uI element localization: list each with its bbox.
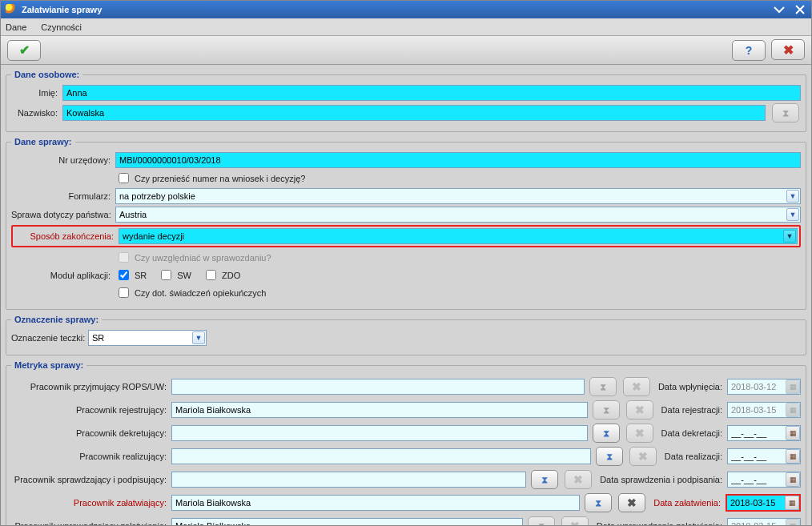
metrics-date-label: Data realizacji: bbox=[665, 452, 727, 461]
imie-input[interactable] bbox=[62, 85, 801, 101]
metrics-worker-label: Pracownik realizujący: bbox=[11, 452, 171, 461]
panstwo-select[interactable] bbox=[115, 207, 801, 223]
metrics-date-input bbox=[728, 521, 784, 525]
menu-dane[interactable]: Dane bbox=[6, 22, 26, 32]
metrics-pick-button[interactable]: ⧗ bbox=[593, 424, 620, 443]
metrics-date-label: Data wpłynięcia: bbox=[658, 382, 727, 391]
metrics-date-label: Data rejestracji: bbox=[661, 405, 727, 415]
metrics-date-input[interactable] bbox=[728, 428, 784, 438]
modul-sr-input[interactable] bbox=[119, 270, 129, 280]
metrics-clear-button[interactable]: ✖ bbox=[618, 493, 645, 512]
sposob-label: Sposób zakończenia: bbox=[14, 231, 119, 241]
chevron-down-icon[interactable]: ▼ bbox=[783, 230, 796, 243]
calendar-icon[interactable]: ▦ bbox=[785, 496, 799, 510]
metrics-date-field: ▦ bbox=[727, 425, 801, 441]
group-metryka: Metryka sprawy: Pracownik przyjmujący RO… bbox=[6, 360, 806, 525]
metrics-pick-button: ⧗ bbox=[589, 377, 617, 396]
przenies-checkbox[interactable]: Czy przenieść numer na wniosek i decyzję… bbox=[115, 171, 305, 186]
metrics-clear-button: ✖ bbox=[623, 377, 650, 396]
minimize-icon[interactable] bbox=[773, 3, 786, 16]
dot-input[interactable] bbox=[119, 287, 129, 298]
app-icon bbox=[6, 4, 17, 15]
metrics-date-label: Data sprawdzenia i podpisania: bbox=[600, 475, 727, 484]
hourglass-icon: ⧗ bbox=[603, 404, 609, 416]
titlebar: Załatwianie sprawy bbox=[1, 1, 811, 18]
confirm-button[interactable]: ✔ bbox=[7, 40, 41, 61]
chevron-down-icon[interactable]: ▼ bbox=[786, 190, 799, 203]
group-dane-sprawy: Dane sprawy: Nr urzędowy: Czy przenieść … bbox=[6, 137, 806, 310]
metrics-date-field: ▦ bbox=[727, 379, 801, 395]
metrics-date-field: ▦ bbox=[727, 518, 801, 525]
content-area: Dane osobowe: Imię: Nazwisko: ⧗ Dane spr… bbox=[1, 65, 811, 525]
help-button[interactable]: ? bbox=[732, 40, 766, 61]
group-oznaczenie: Oznaczenie sprawy: Oznaczenie teczki: ▼ bbox=[6, 315, 806, 355]
metrics-row: Pracownik realizujący:⧗✖Data realizacji:… bbox=[11, 447, 801, 466]
x-icon: ✖ bbox=[573, 473, 583, 486]
check-icon: ✔ bbox=[19, 42, 30, 58]
close-icon[interactable] bbox=[794, 3, 806, 16]
calendar-icon: ▦ bbox=[786, 403, 800, 417]
metrics-date-input[interactable] bbox=[728, 452, 784, 461]
metrics-clear-button: ✖ bbox=[629, 447, 657, 466]
metrics-date-field: ▦ bbox=[727, 448, 801, 464]
metrics-date-field: ▦ bbox=[727, 472, 801, 488]
legend-oznaczenie: Oznaczenie sprawy: bbox=[11, 315, 102, 324]
hourglass-icon: ⧗ bbox=[595, 497, 601, 508]
metrics-worker-input[interactable] bbox=[171, 472, 526, 488]
metrics-row: Pracownik sprawdzający i podpisujący:⧗✖D… bbox=[11, 470, 801, 489]
teczka-label: Oznaczenie teczki: bbox=[11, 333, 88, 343]
uwzgl-label: Czy uwzględniać w sprawozdaniu? bbox=[135, 253, 271, 263]
metrics-pick-button[interactable]: ⧗ bbox=[596, 447, 623, 466]
metrics-pick-button[interactable]: ⧗ bbox=[585, 493, 612, 512]
calendar-icon[interactable]: ▦ bbox=[786, 472, 800, 487]
x-icon: ✖ bbox=[627, 496, 637, 509]
modul-label: Moduł aplikacji: bbox=[11, 271, 115, 280]
nr-input[interactable] bbox=[115, 152, 801, 168]
osobowe-pick-button: ⧗ bbox=[772, 103, 799, 122]
metrics-worker-input[interactable] bbox=[171, 495, 580, 511]
x-icon: ✖ bbox=[570, 520, 580, 525]
chevron-down-icon[interactable]: ▼ bbox=[786, 208, 799, 221]
sposob-select[interactable] bbox=[119, 228, 798, 244]
metrics-worker-label: Pracownik sprawdzający i podpisujący: bbox=[11, 475, 171, 484]
metrics-pick-button[interactable]: ⧗ bbox=[531, 470, 558, 489]
metrics-worker-label: Pracownik dekretujący: bbox=[11, 428, 171, 438]
chevron-down-icon[interactable]: ▼ bbox=[192, 331, 205, 344]
metrics-worker-input[interactable] bbox=[171, 425, 588, 441]
hourglass-icon: ⧗ bbox=[603, 428, 609, 439]
calendar-icon[interactable]: ▦ bbox=[786, 426, 800, 440]
close-button[interactable]: ✖ bbox=[771, 39, 805, 60]
toolbar: ✔ ? ✖ bbox=[1, 36, 811, 65]
metrics-clear-button: ✖ bbox=[626, 400, 653, 420]
metrics-date-input[interactable] bbox=[727, 498, 783, 508]
metrics-worker-input[interactable] bbox=[171, 448, 591, 464]
dot-checkbox[interactable]: Czy dot. świadczeń opiekuńczych bbox=[115, 285, 266, 300]
dot-label: Czy dot. świadczeń opiekuńczych bbox=[135, 288, 266, 298]
menubar: Dane Czynności bbox=[1, 18, 811, 36]
uwzgl-checkbox[interactable]: Czy uwzględniać w sprawozdaniu? bbox=[115, 250, 271, 265]
metrics-date-field: ▦ bbox=[727, 402, 801, 418]
teczka-select[interactable] bbox=[88, 330, 207, 346]
nazwisko-input[interactable] bbox=[62, 105, 766, 121]
modul-sw-checkbox[interactable]: SW bbox=[158, 267, 191, 283]
calendar-icon[interactable]: ▦ bbox=[786, 449, 800, 464]
metrics-date-input[interactable] bbox=[728, 475, 784, 484]
przenies-input[interactable] bbox=[119, 173, 129, 183]
metrics-date-label: Data dekretacji: bbox=[661, 428, 727, 438]
modul-zdo-checkbox[interactable]: ZDO bbox=[203, 267, 240, 283]
metrics-worker-input[interactable] bbox=[171, 379, 585, 395]
modul-sw-input[interactable] bbox=[161, 270, 171, 280]
formularz-select[interactable] bbox=[115, 188, 801, 204]
metrics-worker-input[interactable] bbox=[171, 402, 588, 418]
uwzgl-input bbox=[119, 252, 129, 263]
nazwisko-label: Nazwisko: bbox=[11, 108, 62, 118]
group-dane-osobowe: Dane osobowe: Imię: Nazwisko: ⧗ bbox=[6, 70, 806, 132]
modul-sr-checkbox[interactable]: SR bbox=[115, 267, 147, 283]
metrics-worker-input[interactable] bbox=[171, 518, 523, 525]
menu-czynnosci[interactable]: Czynności bbox=[41, 22, 82, 32]
modul-zdo-input[interactable] bbox=[206, 270, 216, 280]
metrics-row: Pracownik załatwiający:⧗✖Data załatwieni… bbox=[11, 493, 801, 512]
metrics-row: Pracownik rejestrujący:⧗✖Data rejestracj… bbox=[11, 400, 801, 420]
metrics-clear-button: ✖ bbox=[565, 470, 592, 489]
hourglass-icon: ⧗ bbox=[606, 451, 613, 462]
